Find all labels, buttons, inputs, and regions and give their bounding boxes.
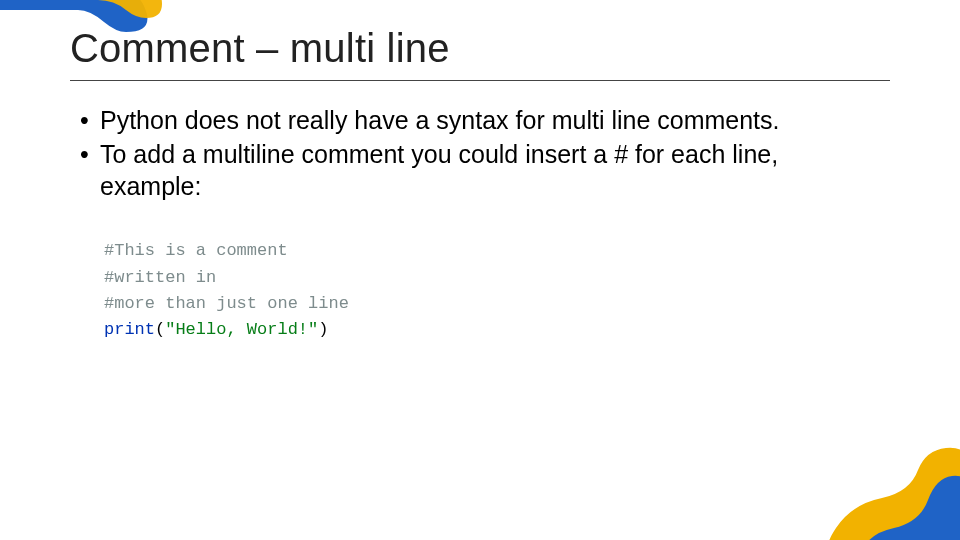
code-comment-line: #This is a comment	[104, 241, 288, 260]
title-underline	[70, 80, 890, 81]
corner-decoration-bottom-right	[808, 446, 960, 540]
bullet-item: To add a multiline comment you could ins…	[80, 138, 880, 202]
code-func: print	[104, 320, 155, 339]
slide-title: Comment – multi line	[70, 26, 450, 71]
code-comment-line: #written in	[104, 268, 216, 287]
code-example: #This is a comment #written in #more tha…	[104, 212, 349, 344]
bullet-list: Python does not really have a syntax for…	[80, 104, 880, 204]
code-comment-line: #more than just one line	[104, 294, 349, 313]
code-paren: (	[155, 320, 165, 339]
code-string: "Hello, World!"	[165, 320, 318, 339]
bullet-item: Python does not really have a syntax for…	[80, 104, 880, 136]
code-paren: )	[318, 320, 328, 339]
